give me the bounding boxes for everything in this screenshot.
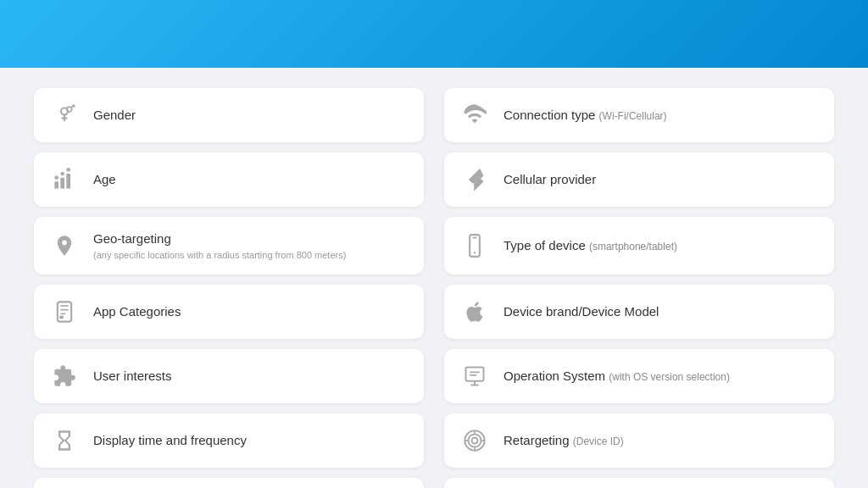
cellular-icon bbox=[459, 164, 490, 195]
card-text-connection-type: Connection type (Wi-Fi/Cellular) bbox=[504, 107, 667, 124]
card-gender: Gender bbox=[34, 88, 424, 142]
card-text-app-categories: App Categories bbox=[93, 303, 181, 320]
card-text-user-interests: User interests bbox=[93, 368, 172, 385]
svg-point-3 bbox=[67, 107, 72, 112]
card-sub-geo: (any specific locations with a radius st… bbox=[93, 249, 346, 261]
card-label-device-brand: Device brand/Device Model bbox=[504, 303, 659, 320]
svg-rect-22 bbox=[466, 368, 484, 381]
card-text-cellular-provider: Cellular provider bbox=[504, 171, 596, 188]
svg-rect-7 bbox=[54, 181, 58, 188]
card-display-time: Display time and frequency bbox=[34, 413, 424, 468]
card-label-type-of-device: Type of device (smartphone/tablet) bbox=[504, 237, 677, 254]
svg-point-28 bbox=[468, 434, 481, 446]
card-text-display-time: Display time and frequency bbox=[93, 432, 247, 449]
card-text-operation-system: Operation System (with OS version select… bbox=[504, 368, 730, 385]
card-traffic-type: Traffic type (In-App) bbox=[34, 478, 424, 488]
svg-point-16 bbox=[474, 252, 476, 253]
card-label-app-categories: App Categories bbox=[93, 303, 181, 320]
target-icon bbox=[459, 425, 490, 456]
card-user-interests: User interests bbox=[34, 349, 424, 403]
card-label-connection-type: Connection type (Wi-Fi/Cellular) bbox=[504, 107, 667, 124]
card-text-geo: Geo-targeting (any specific locations wi… bbox=[93, 230, 346, 261]
geo-icon bbox=[49, 230, 80, 261]
card-text-type-of-device: Type of device (smartphone/tablet) bbox=[504, 237, 677, 254]
card-text-retargeting: Retargeting (Device ID) bbox=[504, 432, 624, 449]
apple-icon bbox=[459, 297, 490, 327]
card-white-black-lists: White and Black lists (SSPs, Device IDs,… bbox=[444, 478, 834, 488]
app-icon bbox=[49, 297, 80, 327]
card-device-brand: Device brand/Device Model bbox=[444, 285, 834, 339]
card-text-gender: Gender bbox=[93, 107, 136, 124]
card-text-device-brand: Device brand/Device Model bbox=[504, 303, 659, 320]
card-label-operation-system: Operation System (with OS version select… bbox=[504, 368, 730, 385]
wifi-icon bbox=[459, 100, 490, 130]
svg-point-29 bbox=[472, 438, 478, 444]
card-connection-type: Connection type (Wi-Fi/Cellular) bbox=[444, 88, 834, 142]
age-icon bbox=[49, 164, 80, 195]
os-icon bbox=[459, 361, 490, 391]
card-geo: Geo-targeting (any specific locations wi… bbox=[34, 217, 424, 274]
svg-rect-8 bbox=[60, 178, 64, 189]
card-age: Age bbox=[34, 152, 424, 207]
card-text-age: Age bbox=[93, 171, 116, 188]
card-label-display-time: Display time and frequency bbox=[93, 432, 247, 449]
phone-icon bbox=[459, 230, 490, 261]
svg-point-11 bbox=[60, 172, 64, 176]
svg-rect-17 bbox=[58, 302, 71, 321]
card-retargeting: Retargeting (Device ID) bbox=[444, 413, 834, 468]
card-app-categories: App Categories bbox=[34, 285, 424, 339]
hourglass-icon bbox=[49, 425, 80, 456]
main-content: Gender Connection type (Wi-Fi/Cellular) bbox=[0, 68, 868, 488]
svg-rect-21 bbox=[59, 316, 64, 319]
card-label-user-interests: User interests bbox=[93, 368, 172, 385]
card-type-of-device: Type of device (smartphone/tablet) bbox=[444, 217, 834, 274]
card-label-cellular-provider: Cellular provider bbox=[504, 171, 596, 188]
card-label-retargeting: Retargeting (Device ID) bbox=[504, 432, 624, 449]
card-label-age: Age bbox=[93, 171, 116, 188]
card-label-geo: Geo-targeting bbox=[93, 230, 346, 247]
page-header bbox=[0, 0, 868, 68]
svg-rect-9 bbox=[66, 174, 70, 189]
svg-point-12 bbox=[66, 168, 70, 172]
card-cellular-provider: Cellular provider bbox=[444, 152, 834, 207]
gender-icon bbox=[49, 100, 80, 130]
puzzle-icon bbox=[49, 361, 80, 391]
svg-point-10 bbox=[54, 175, 58, 180]
card-label-gender: Gender bbox=[93, 107, 136, 124]
card-operation-system: Operation System (with OS version select… bbox=[444, 349, 834, 403]
